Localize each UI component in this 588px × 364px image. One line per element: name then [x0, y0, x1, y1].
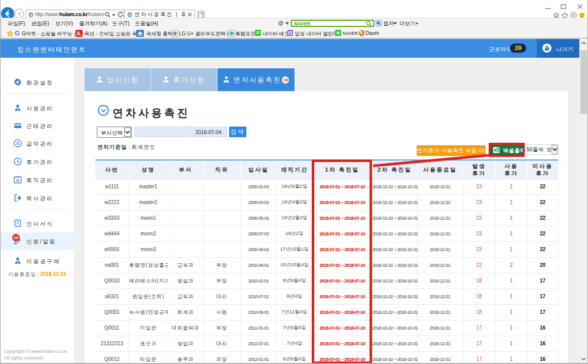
- svg-text:30: 30: [16, 179, 20, 182]
- svg-text:A.: A.: [77, 31, 82, 36]
- svg-text:S: S: [16, 140, 19, 146]
